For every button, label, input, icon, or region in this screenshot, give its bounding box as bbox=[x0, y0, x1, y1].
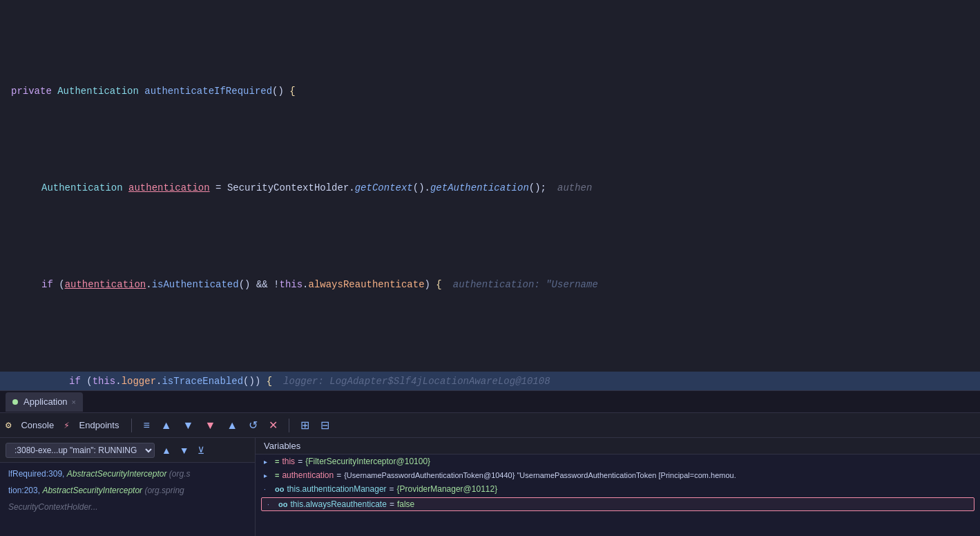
keyword-private: private bbox=[11, 82, 57, 101]
variables-panel: Variables ▸ = this = {FilterSecurityInte… bbox=[256, 438, 980, 536]
frame-down-button[interactable]: ▼ bbox=[178, 443, 191, 457]
stop-button[interactable]: ✕ bbox=[266, 419, 280, 432]
thread-select[interactable]: :3080-exe...up "main": RUNNING bbox=[6, 443, 155, 458]
debug-panel: :3080-exe...up "main": RUNNING ▲ ▼ ⊻ lfR… bbox=[0, 438, 980, 536]
frame-up-button[interactable]: ▲ bbox=[160, 443, 173, 457]
var-item-authentication[interactable]: ▸ = authentication = {UsernamePasswordAu… bbox=[256, 468, 980, 482]
scroll-up-button[interactable]: ▲ bbox=[158, 419, 175, 432]
frame-item-1[interactable]: lfRequired:309, AbstractSecurityIntercep… bbox=[0, 466, 255, 482]
var-item-authmanager[interactable]: · oo this.authenticationManager = {Provi… bbox=[256, 482, 980, 496]
var-auth-icon: = bbox=[275, 471, 279, 479]
scroll-down2-button[interactable]: ▼ bbox=[202, 419, 218, 432]
endpoints-icon: ⚡ bbox=[64, 419, 69, 431]
paren: () bbox=[272, 82, 289, 101]
code-line-3: if ( authentication . isAuthenticated ()… bbox=[0, 275, 980, 294]
type-auth2: Authentication bbox=[41, 178, 128, 198]
var-item-this[interactable]: ▸ = this = {FilterSecurityInterceptor@10… bbox=[256, 454, 980, 468]
expand-authmanager-icon[interactable]: · bbox=[264, 486, 272, 493]
var-this-icon: = bbox=[275, 457, 279, 466]
hint-line3: authentication: "Username bbox=[453, 275, 598, 294]
table-view-button[interactable]: ⊞ bbox=[298, 419, 312, 432]
brace-open: { bbox=[289, 82, 295, 101]
console-label-text: Console bbox=[21, 420, 54, 430]
console-icon: ⚙ bbox=[6, 419, 11, 431]
frame-filter-button[interactable]: ⊻ bbox=[196, 443, 206, 457]
hint-line4: logger: LogAdapter$Slf4jLocationAwareLog… bbox=[283, 372, 550, 390]
code-editor: private Authentication authenticateIfReq… bbox=[0, 0, 980, 390]
scroll-down-button[interactable]: ▼ bbox=[180, 419, 197, 432]
expand-this-icon[interactable]: ▸ bbox=[264, 458, 272, 466]
type-authentication: Authentication bbox=[57, 82, 144, 101]
list-view-button[interactable]: ≡ bbox=[140, 419, 152, 432]
scroll-up2-button[interactable]: ▲ bbox=[224, 419, 240, 432]
endpoints-button[interactable]: Endpoints bbox=[75, 419, 124, 432]
console-button[interactable]: Console bbox=[17, 419, 58, 432]
sc-holder: SecurityContextHolder bbox=[227, 178, 349, 198]
toolbar-sep-2 bbox=[289, 419, 289, 432]
code-line-4: if ( this . logger . isTraceEnabled ()) … bbox=[0, 372, 980, 390]
toolbar-sep-1 bbox=[131, 419, 132, 432]
refresh-button[interactable]: ↺ bbox=[246, 419, 260, 432]
variables-header: Variables bbox=[256, 438, 980, 454]
expand-alwaysreauth-icon[interactable]: · bbox=[267, 501, 276, 508]
var-alwaysreauth-icon: oo bbox=[278, 500, 287, 508]
var-authmanager-icon: oo bbox=[275, 485, 284, 493]
var-authentication: authentication bbox=[128, 178, 210, 198]
tab-bar: Application × bbox=[0, 391, 980, 413]
application-tab-label: Application bbox=[23, 396, 68, 407]
method-name: authenticateIfRequired bbox=[144, 82, 272, 101]
var-item-alwaysreauth[interactable]: · oo this.alwaysReauthenticate = false bbox=[261, 497, 974, 511]
get-context: getContext bbox=[355, 178, 413, 198]
bottom-panel: Application × ⚙ Console ⚡ Endpoints ≡ ▲ … bbox=[0, 390, 980, 536]
frame-item-3[interactable]: SecurityContextHolder... bbox=[0, 499, 255, 515]
application-tab[interactable]: Application × bbox=[6, 392, 83, 412]
tab-close-button[interactable]: × bbox=[72, 398, 76, 406]
running-indicator bbox=[12, 399, 18, 405]
frame-controls: :3080-exe...up "main": RUNNING ▲ ▼ ⊻ bbox=[0, 438, 255, 463]
code-content: private Authentication authenticateIfReq… bbox=[0, 0, 980, 390]
code-line-1: private Authentication authenticateIfReq… bbox=[0, 82, 980, 101]
expand-auth-icon[interactable]: ▸ bbox=[264, 472, 272, 479]
columns-button[interactable]: ⊟ bbox=[318, 419, 332, 432]
endpoints-label-text: Endpoints bbox=[79, 420, 119, 430]
code-line-2: Authentication authentication = Security… bbox=[0, 178, 980, 198]
call-stack-panel: :3080-exe...up "main": RUNNING ▲ ▼ ⊻ lfR… bbox=[0, 438, 256, 536]
frame-list: lfRequired:309, AbstractSecurityIntercep… bbox=[0, 463, 255, 536]
frame-item-2[interactable]: tion:203, AbstractSecurityInterceptor (o… bbox=[0, 482, 255, 499]
debug-toolbar: ⚙ Console ⚡ Endpoints ≡ ▲ ▼ ▼ ▲ ↺ ✕ ⊞ ⊟ bbox=[0, 413, 980, 438]
get-auth: getAuthentication bbox=[430, 178, 529, 198]
hint-auth: authen bbox=[557, 178, 592, 198]
